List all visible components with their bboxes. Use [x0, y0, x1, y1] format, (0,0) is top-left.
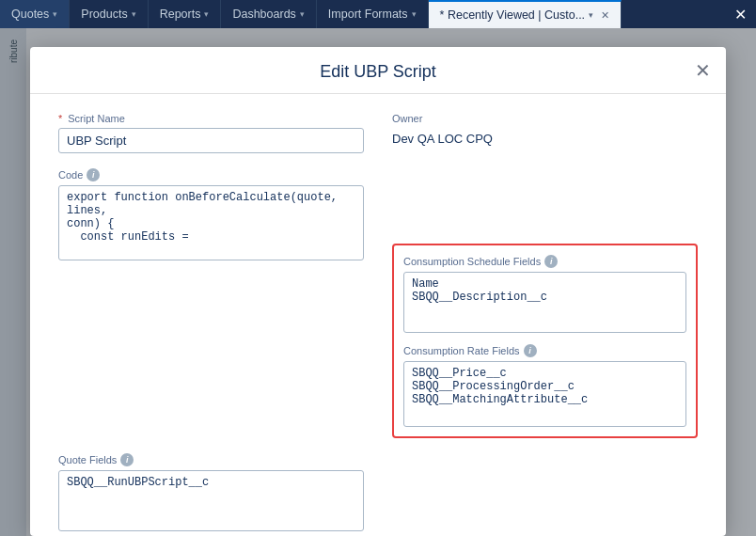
tab-reports[interactable]: Reports ▾: [149, 0, 222, 28]
consumption-rate-label-text: Consumption Rate Fields: [403, 345, 520, 356]
code-info-icon[interactable]: i: [87, 168, 100, 181]
tab-bar: Quotes ▾ Products ▾ Reports ▾ Dashboards…: [0, 0, 756, 28]
modal-body: * Script Name Owner Dev QA LOC CPQ Code: [30, 94, 726, 536]
tab-recently-viewed[interactable]: * Recently Viewed | Custo... ▾ ✕: [429, 0, 622, 28]
consumption-rate-info-icon[interactable]: i: [524, 344, 537, 357]
tab-dashboards-label: Dashboards: [232, 8, 295, 21]
quote-fields-label: Quote Fields i: [58, 453, 364, 466]
code-label: Code i: [58, 168, 364, 181]
consumption-schedule-label-text: Consumption Schedule Fields: [403, 256, 541, 267]
tab-close-icon[interactable]: ✕: [601, 9, 609, 22]
chevron-down-icon: ▾: [132, 9, 136, 19]
consumption-rate-field: Consumption Rate Fields i SBQQ__Price__c…: [403, 344, 686, 427]
consumption-schedule-label: Consumption Schedule Fields i: [403, 255, 686, 268]
highlighted-fields-section: Consumption Schedule Fields i Name SBQQ_…: [392, 244, 698, 438]
code-label-text: Code: [58, 169, 83, 181]
tab-recently-viewed-label: * Recently Viewed | Custo...: [440, 8, 585, 22]
script-name-label: * Script Name: [58, 113, 364, 124]
modal-overlay: Edit UBP Script ✕ * Script Name Owner: [0, 28, 756, 536]
chevron-down-icon: ▾: [589, 10, 593, 20]
consumption-schedule-field: Consumption Schedule Fields i Name SBQQ_…: [403, 255, 686, 333]
modal-title: Edit UBP Script: [320, 62, 436, 81]
chevron-down-icon: ▾: [412, 9, 417, 19]
form-grid: * Script Name Owner Dev QA LOC CPQ Code: [58, 113, 698, 536]
consumption-section: Consumption Schedule Fields i Name SBQQ_…: [392, 244, 698, 438]
consumption-schedule-textarea[interactable]: Name SBQQ__Description__c: [403, 272, 686, 333]
required-mark: *: [58, 113, 62, 124]
tab-quotes-label: Quotes: [11, 8, 49, 21]
chevron-down-icon: ▾: [300, 9, 305, 19]
quote-fields-info-icon[interactable]: i: [120, 453, 134, 466]
owner-label: Owner: [392, 113, 698, 124]
script-name-field: * Script Name: [58, 113, 364, 153]
code-textarea[interactable]: export function onBeforeCalculate(quote,…: [58, 185, 364, 260]
tab-import-formats-label: Import Formats: [328, 8, 408, 21]
owner-field: Owner Dev QA LOC CPQ: [392, 113, 698, 153]
consumption-rate-textarea[interactable]: SBQQ__Price__c SBQQ__ProcessingOrder__c …: [403, 361, 686, 427]
tab-quotes[interactable]: Quotes ▾: [0, 0, 70, 28]
consumption-schedule-info-icon[interactable]: i: [544, 255, 558, 268]
owner-value: Dev QA LOC CPQ: [392, 128, 698, 146]
tab-import-formats[interactable]: Import Formats ▾: [317, 0, 429, 28]
tab-products[interactable]: Products ▾: [70, 0, 148, 28]
close-icon: ✕: [734, 6, 747, 24]
modal-header: Edit UBP Script ✕: [30, 47, 726, 94]
tab-reports-label: Reports: [160, 8, 201, 21]
chevron-down-icon: ▾: [204, 9, 209, 19]
consumption-rate-label: Consumption Rate Fields i: [403, 344, 686, 357]
quote-fields-textarea[interactable]: SBQQ__RunUBPScript__c: [58, 470, 364, 531]
quote-fields-label-text: Quote Fields: [58, 454, 117, 465]
tab-dashboards[interactable]: Dashboards ▾: [221, 0, 316, 28]
script-name-label-text: Script Name: [68, 113, 125, 124]
quote-fields-field: Quote Fields i SBQQ__RunUBPScript__c: [58, 453, 364, 531]
window-close-button[interactable]: ✕: [725, 0, 756, 28]
owner-label-text: Owner: [392, 113, 422, 124]
empty-right-1: [392, 453, 698, 531]
edit-ubp-modal: Edit UBP Script ✕ * Script Name Owner: [30, 47, 726, 536]
chevron-down-icon: ▾: [53, 9, 57, 19]
modal-close-button[interactable]: ✕: [695, 61, 711, 80]
script-name-input[interactable]: [58, 128, 364, 153]
code-field: Code i export function onBeforeCalculate…: [58, 168, 364, 438]
tab-products-label: Products: [81, 8, 127, 21]
